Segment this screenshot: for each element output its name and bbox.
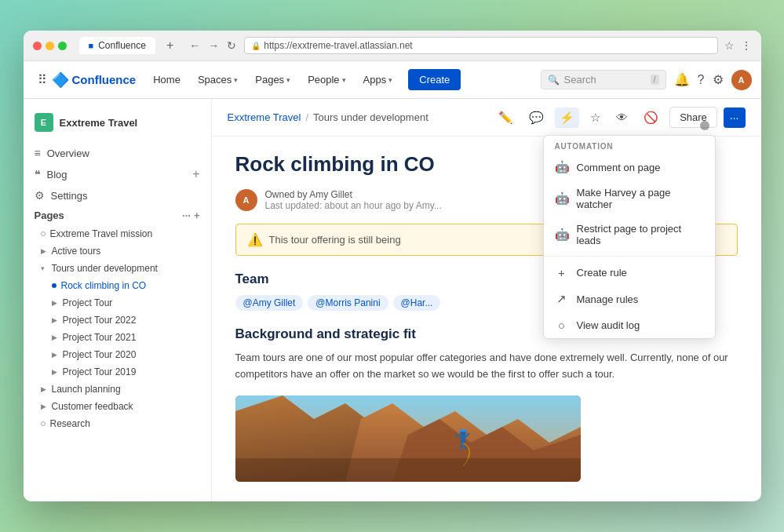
chevron-right-icon: ▶ bbox=[52, 316, 60, 324]
user-avatar[interactable]: A bbox=[731, 70, 752, 90]
spaces-label: Spaces bbox=[198, 74, 232, 86]
more-options-icon[interactable]: ⋮ bbox=[741, 39, 752, 52]
automation-icon-1: 🤖 bbox=[555, 160, 569, 174]
tree-item-project-tour-2021[interactable]: ▶ Project Tour 2021 bbox=[24, 329, 211, 346]
confluence-logo[interactable]: 🔷 Confluence bbox=[52, 71, 137, 89]
svg-rect-6 bbox=[459, 429, 467, 432]
bookmark-icon[interactable]: ☆ bbox=[724, 39, 735, 52]
url-bar[interactable]: 🔒 https://exxtreme-travel.atlassian.net bbox=[244, 37, 717, 54]
automation-button[interactable]: ⚡ bbox=[555, 107, 579, 128]
maximize-dot[interactable] bbox=[58, 42, 67, 50]
chevron-right-icon: ▶ bbox=[52, 351, 60, 359]
page-header-bar: Exxtreme Travel / Tours under developmen… bbox=[212, 99, 761, 137]
nav-spaces[interactable]: Spaces ▾ bbox=[190, 69, 246, 90]
minimize-dot[interactable] bbox=[46, 42, 54, 50]
space-name: Exxtreme Travel bbox=[60, 117, 138, 129]
top-nav: ⠿ 🔷 Confluence Home Spaces ▾ Pages ▾ Pe bbox=[24, 61, 761, 99]
help-button[interactable]: ? bbox=[698, 73, 705, 87]
member-tag-2[interactable]: @Har... bbox=[393, 295, 441, 311]
watch-button[interactable]: 👁 bbox=[611, 107, 633, 127]
automation-restrict-page[interactable]: 🤖 Restrict page to project leads bbox=[544, 217, 715, 253]
automation-item-label-2: Make Harvey a page watcher bbox=[577, 187, 704, 210]
settings-label: Settings bbox=[51, 190, 88, 202]
search-bar[interactable]: 🔍 Search / bbox=[541, 70, 666, 89]
tree-item-active-tours[interactable]: ▶ Active tours bbox=[24, 242, 211, 260]
sidebar-settings[interactable]: ⚙ Settings bbox=[24, 185, 211, 206]
sidebar-blog[interactable]: ❝ Blog + bbox=[24, 163, 211, 185]
pages-section-label: Pages bbox=[35, 210, 64, 221]
page-actions: ✏️ 💬 ⚡ ☆ 👁 🚫 Share ··· bbox=[494, 107, 745, 128]
nav-home[interactable]: Home bbox=[145, 69, 188, 90]
rock-climbing-image bbox=[235, 395, 581, 482]
member-tag-1[interactable]: @Morris Panini bbox=[308, 295, 388, 311]
audit-icon: ○ bbox=[555, 319, 569, 332]
tree-item-mission[interactable]: Exxtreme Travel mission bbox=[24, 225, 211, 242]
back-button[interactable]: ← bbox=[188, 38, 202, 53]
apps-chevron: ▾ bbox=[388, 76, 392, 84]
blog-add-icon[interactable]: + bbox=[192, 167, 199, 181]
overview-icon: ≡ bbox=[35, 147, 41, 159]
tree-item-tours-under-dev[interactable]: ▾ Tours under development bbox=[24, 260, 211, 277]
tree-label: Launch planning bbox=[52, 384, 121, 395]
pages-add-icon[interactable]: + bbox=[194, 210, 200, 221]
browser-dots bbox=[33, 42, 67, 50]
pages-more-icon[interactable]: ··· bbox=[182, 210, 191, 221]
sidebar-overview[interactable]: ≡ Overview bbox=[24, 143, 211, 163]
blog-icon: ❝ bbox=[35, 168, 41, 180]
author-avatar: A bbox=[235, 189, 257, 211]
automation-create-rule[interactable]: + Create rule bbox=[544, 260, 715, 286]
breadcrumb-separator: / bbox=[305, 111, 308, 123]
space-header[interactable]: E Exxtreme Travel bbox=[24, 108, 211, 137]
comment-button[interactable]: 💬 bbox=[524, 107, 549, 128]
more-actions-button[interactable]: ··· bbox=[724, 107, 746, 128]
settings-icon: ⚙ bbox=[35, 189, 45, 202]
create-button[interactable]: Create bbox=[408, 69, 461, 90]
close-dot[interactable] bbox=[33, 42, 42, 50]
restrict-button[interactable]: 🚫 bbox=[639, 107, 663, 128]
nav-people[interactable]: People ▾ bbox=[300, 69, 353, 90]
people-chevron: ▾ bbox=[342, 76, 346, 84]
settings-button[interactable]: ⚙ bbox=[713, 72, 724, 87]
pages-section-header[interactable]: Pages ··· + bbox=[24, 206, 211, 225]
active-bullet-icon bbox=[52, 283, 57, 288]
automation-dropdown[interactable]: AUTOMATION 🤖 Comment on page 🤖 Make Harv… bbox=[543, 135, 716, 339]
tree-item-project-tour-2020[interactable]: ▶ Project Tour 2020 bbox=[24, 346, 211, 363]
star-button[interactable]: ☆ bbox=[585, 107, 605, 128]
breadcrumb: Exxtreme Travel / Tours under developmen… bbox=[228, 111, 488, 123]
manage-icon: ↗ bbox=[555, 292, 569, 306]
tree-item-rock-climbing[interactable]: Rock climbing in CO bbox=[24, 277, 211, 294]
tree-label: Exxtreme Travel mission bbox=[50, 228, 153, 239]
tree-item-project-tour-2022[interactable]: ▶ Project Tour 2022 bbox=[24, 312, 211, 329]
new-tab-button[interactable]: + bbox=[162, 37, 178, 54]
svg-rect-11 bbox=[235, 458, 581, 482]
manage-rules-label: Manage rules bbox=[577, 293, 639, 305]
share-button[interactable]: Share bbox=[669, 107, 717, 128]
refresh-button[interactable]: ↻ bbox=[225, 38, 238, 53]
automation-view-audit-log[interactable]: ○ View audit log bbox=[544, 312, 715, 338]
browser-nav: ← → ↻ bbox=[188, 38, 238, 53]
search-slash: / bbox=[651, 75, 659, 85]
automation-make-watcher[interactable]: 🤖 Make Harvey a page watcher bbox=[544, 180, 715, 217]
tree-label: Project Tour 2021 bbox=[63, 332, 137, 343]
notifications-button[interactable]: 🔔 bbox=[674, 72, 690, 87]
overview-label: Overview bbox=[47, 148, 89, 159]
tree-item-project-tour-2019[interactable]: ▶ Project Tour 2019 bbox=[24, 363, 211, 381]
tree-item-launch-planning[interactable]: ▶ Launch planning bbox=[24, 381, 211, 398]
automation-manage-rules[interactable]: ↗ Manage rules bbox=[544, 286, 715, 312]
forward-button[interactable]: → bbox=[206, 38, 221, 53]
search-placeholder: Search bbox=[564, 74, 596, 86]
tree-item-project-tour[interactable]: ▶ Project Tour bbox=[24, 294, 211, 312]
automation-comment-on-page[interactable]: 🤖 Comment on page bbox=[544, 154, 715, 180]
tree-item-customer-feedback[interactable]: ▶ Customer feedback bbox=[24, 398, 211, 415]
nav-apps[interactable]: Apps ▾ bbox=[356, 69, 401, 90]
breadcrumb-parent[interactable]: Tours under development bbox=[313, 111, 428, 123]
browser-tab[interactable]: ■ Confluence bbox=[79, 37, 155, 54]
member-tag-0[interactable]: @Amy Gillet bbox=[235, 295, 304, 311]
edit-button[interactable]: ✏️ bbox=[494, 107, 518, 128]
grid-icon[interactable]: ⠿ bbox=[33, 67, 52, 92]
tree-label: Research bbox=[50, 418, 90, 429]
breadcrumb-space[interactable]: Exxtreme Travel bbox=[228, 111, 301, 123]
tree-item-research[interactable]: Research bbox=[24, 415, 211, 432]
nav-pages[interactable]: Pages ▾ bbox=[247, 69, 298, 90]
blog-label: Blog bbox=[47, 169, 67, 180]
